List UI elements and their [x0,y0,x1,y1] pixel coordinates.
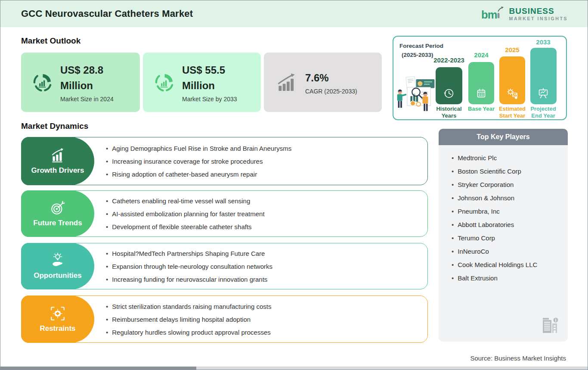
bullet-item: Strict sterilization standards raising m… [106,303,421,310]
gear-chart-icon [506,87,519,100]
scrollbar-thumb[interactable] [0,367,196,370]
list-item: InNeuroCo [452,248,563,255]
stat-text: US$ 28.8 Million Market Size in 2024 [60,62,114,103]
stat-card-2033: US$ 55.5 Million Market Size by 2033 [143,53,261,112]
analysts-illustration [395,75,443,118]
opportunities-bullets: Hospital?MedTech Partnerships Shaping Fu… [106,243,421,289]
clock-history-icon [443,87,455,100]
restraints-row: Restraints Strict sterilization standard… [21,295,428,343]
restraints-label: Restraints [40,324,75,333]
key-players-list: Medtronic Plc Boston Scientific Corp Str… [439,145,568,281]
list-item: Medtronic Plc [452,155,563,161]
list-item: Stryker Corporation [452,181,563,188]
future-trends-row: Future Trends Catheters enabling real-ti… [21,190,428,237]
top-key-players-panel: Top Key Players Medtronic Plc Boston Sci… [439,129,568,342]
stat-label: CAGR (2025-2033) [305,88,357,95]
header: GCC Neurovascular Catheters Market bm BU… [0,0,588,27]
future-trends-pill: Future Trends [21,190,94,237]
stat-value: US$ 55.5 [182,62,237,78]
bullet-item: Rising adoption of catheter-based aneury… [106,171,421,178]
bullet-item: Expansion through tele-neurology consult… [106,263,421,270]
stat-value-unit: Million [182,78,237,93]
calendar-icon [475,87,488,100]
bullet-item: Increasing insurance coverage for stroke… [106,158,421,165]
source-note: Source: Business Market Insights [470,354,566,362]
growth-drivers-bullets: Aging Demographics Fuel Rise in Stroke a… [106,137,421,185]
stat-text: US$ 55.5 Million Market Size by 2033 [182,62,237,103]
stat-card-2024: US$ 28.8 Million Market Size in 2024 [21,53,140,112]
horizontal-scrollbar[interactable] [0,367,588,370]
growth-drivers-label: Growth Drivers [31,166,84,175]
list-item: Terumo Corp [452,235,563,241]
stat-value: US$ 28.8 [60,62,114,78]
list-item: Boston Scientific Corp [452,168,563,174]
bullet-item: Catheters enabling real-time vessel wall… [106,197,421,205]
bullet-item: Aging Demographics Fuel Rise in Stroke a… [106,145,421,152]
chain-link-icon [50,305,66,322]
stat-card-cagr: 7.6% CAGR (2025-2033) [264,53,382,112]
brand-logo: bm BUSINESS MARKET INSIGHTS [481,4,568,24]
bullet-item: Regulatory hurdles slowing product appro… [106,329,421,336]
idea-hand-icon [50,252,66,269]
bar-year-label: 2033 [522,38,565,46]
growth-drivers-row: Growth Drivers Aging Demographics Fuel R… [21,137,428,185]
stat-label: Market Size in 2024 [60,96,114,103]
bullet-item: Increasing funding for neurovascular inn… [106,276,421,283]
list-item: Balt Extrusion [452,275,563,281]
stat-text: 7.6% CAGR (2025-2033) [305,70,357,95]
opportunities-row: Opportunities Hospital?MedTech Partnersh… [21,243,428,289]
brand-line2: MARKET INSIGHTS [509,16,568,22]
growth-chart-icon [50,147,66,164]
future-trends-bullets: Catheters enabling real-time vessel wall… [106,191,421,236]
forecast-title-line1: Forecast Period [399,42,443,51]
bullet-item: Development of flexible steerable cathet… [106,223,421,230]
stat-value: 7.6% [305,70,357,86]
brand-wordmark: BUSINESS MARKET INSIGHTS [509,7,568,22]
rising-bars-arrow-icon [275,72,297,93]
svg-text:bm: bm [481,9,497,21]
list-item: Pneumbra, Inc [452,208,563,215]
market-dynamics-heading: Market Dynamics [21,121,88,131]
bar-role-label: Projected End Year [525,106,562,119]
list-item: Johnson & Johnson [452,195,563,201]
stat-label: Market Size by 2033 [182,96,237,103]
building-info-icon [538,315,559,336]
forecast-period-panel: Forecast Period (2025-2033) 2022-2023 20… [393,36,567,120]
list-item: Abbott Laboratories [452,221,563,228]
bullet-item: Reimbursement delays limiting hospital a… [106,316,421,323]
list-item: Cook Medical Holdings LLC [452,261,563,268]
opportunities-label: Opportunities [34,271,81,280]
restraints-pill: Restraints [21,295,94,343]
bullet-item: AI-assisted embolization planning for fa… [106,210,421,218]
page-title: GCC Neurovascular Catheters Market [21,0,193,27]
opportunities-pill: Opportunities [21,243,94,289]
bmi-logo-icon: bm [481,5,505,23]
stat-value-unit: Million [60,78,114,93]
infographic-page: GCC Neurovascular Catheters Market bm BU… [0,0,588,370]
brand-line1: BUSINESS [509,7,568,16]
market-outlook-heading: Market Outlook [21,36,80,46]
target-icon [50,200,66,216]
bullet-item: Hospital?MedTech Partnerships Shaping Fu… [106,250,421,257]
donut-bars-icon [32,72,53,93]
future-trends-label: Future Trends [33,219,82,227]
top-key-players-heading: Top Key Players [439,129,568,145]
donut-bars-icon [154,72,174,93]
bar-year-label: 2025 [491,46,534,53]
presentation-chart-icon [537,87,550,100]
growth-drivers-pill: Growth Drivers [21,137,94,185]
restraints-bullets: Strict sterilization standards raising m… [106,296,421,342]
